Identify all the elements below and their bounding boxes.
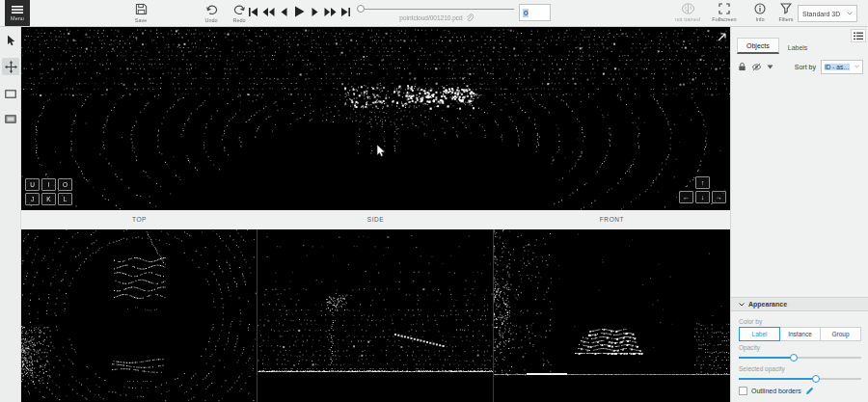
tab-objects[interactable]: Objects (737, 38, 779, 54)
ml-status-button[interactable]: not trained (674, 3, 701, 22)
play-button[interactable] (293, 5, 306, 18)
color-by-group-button[interactable]: Group (820, 327, 861, 341)
eye-hidden-icon[interactable] (751, 63, 762, 71)
appearance-section: Appearance Color by Label Instance Group… (731, 297, 868, 395)
undo-icon (205, 3, 218, 15)
mouse-cursor (376, 144, 387, 162)
cursor-icon (7, 35, 15, 46)
info-button[interactable]: Info (746, 3, 773, 22)
fast-forward-button[interactable] (324, 5, 337, 18)
outlined-borders-label: Outlined borders (751, 388, 801, 394)
menu-button[interactable]: Menu (5, 0, 30, 26)
color-by-label: Color by (739, 318, 861, 325)
save-button[interactable]: Save (127, 3, 154, 23)
arrow-down-key[interactable]: ↓ (695, 191, 710, 203)
filter-icon (780, 3, 792, 14)
filters-button[interactable]: Filters (773, 3, 800, 22)
fullscreen-button[interactable]: Fullscreen (711, 3, 738, 22)
color-by-options: Label Instance Group (739, 327, 861, 341)
expand-icon (717, 32, 727, 42)
key-l[interactable]: L (58, 193, 72, 205)
key-k[interactable]: K (41, 193, 56, 205)
timeline-track (359, 9, 514, 10)
color-by-label-button[interactable]: Label (739, 327, 780, 341)
orthographic-views (21, 229, 730, 402)
attachment-icon (466, 13, 474, 22)
opacity-fill (739, 357, 794, 359)
select-tool-button[interactable] (2, 32, 19, 49)
box-tool-button[interactable] (2, 85, 19, 102)
arrow-right-key[interactable]: → (712, 191, 726, 203)
expand-view-button[interactable] (717, 29, 727, 46)
appearance-section-header[interactable]: Appearance (731, 297, 868, 311)
front-view-canvas[interactable] (494, 229, 730, 402)
lock-icon[interactable] (738, 62, 746, 71)
key-o[interactable]: O (58, 178, 72, 191)
selected-opacity-slider[interactable] (739, 374, 861, 384)
selected-opacity-label: Selected opacity (739, 365, 861, 372)
panel-tabs: Objects Labels (737, 38, 816, 54)
view-mode-select[interactable]: Standard 3D (798, 5, 857, 22)
list-view-button[interactable] (851, 29, 866, 42)
main-pointcloud-canvas[interactable] (21, 27, 730, 210)
outlined-borders-row: Outlined borders (739, 387, 861, 395)
front-view[interactable] (494, 229, 730, 402)
rotation-keypad: U I O J K L (25, 178, 72, 205)
sort-by-label: Sort by (795, 64, 816, 70)
playback-controls (247, 5, 352, 18)
list-icon (854, 32, 863, 40)
move-tool-button[interactable] (2, 58, 19, 75)
side-view[interactable] (258, 229, 493, 402)
color-by-instance-button[interactable]: Instance (779, 327, 821, 341)
save-label: Save (135, 17, 148, 23)
arrow-left-key[interactable]: ← (679, 191, 693, 203)
step-backward-button[interactable] (278, 5, 290, 18)
undo-label: Undo (204, 17, 217, 23)
outlined-borders-checkbox[interactable] (739, 387, 747, 395)
image-icon (5, 115, 16, 123)
fast-backward-icon (262, 7, 275, 17)
side-view-label: SIDE (258, 210, 494, 229)
selected-opacity-handle[interactable] (812, 375, 820, 383)
tab-labels[interactable]: Labels (779, 40, 817, 54)
sort-select[interactable]: ID - as… (821, 60, 863, 74)
fullscreen-icon (719, 3, 730, 14)
top-view[interactable] (21, 229, 257, 402)
arrow-up-key[interactable]: ↑ (695, 176, 710, 189)
key-j[interactable]: J (25, 193, 40, 205)
frame-input[interactable]: 0 (519, 4, 551, 21)
main-3d-view[interactable]: U I O J K L ↑ ← ↓ → (21, 27, 730, 210)
skip-to-start-button[interactable] (247, 5, 259, 18)
side-view-canvas[interactable] (258, 229, 493, 402)
tool-sidebar (0, 27, 21, 402)
caret-down-icon[interactable] (767, 65, 773, 69)
undo-button[interactable]: Undo (198, 3, 225, 23)
key-u[interactable]: U (25, 178, 40, 191)
opacity-slider[interactable] (739, 353, 861, 362)
filters-label: Filters (779, 16, 794, 22)
front-view-label: FRONT (494, 210, 730, 229)
fullscreen-label: Fullscreen (712, 16, 736, 22)
image-tool-button[interactable] (2, 110, 19, 127)
hamburger-icon (12, 6, 23, 13)
view-label-bar: TOP SIDE FRONT (21, 210, 730, 229)
opacity-handle[interactable] (790, 354, 798, 362)
save-icon (135, 3, 148, 15)
toolbar: Menu Save Undo Redo (0, 0, 868, 27)
fast-backward-button[interactable] (262, 5, 275, 18)
step-forward-button[interactable] (309, 5, 321, 18)
app-window: Menu Save Undo Redo (0, 0, 868, 402)
appearance-title: Appearance (748, 301, 787, 308)
chevron-down-icon (854, 65, 859, 68)
step-backward-icon (280, 7, 288, 17)
top-view-canvas[interactable] (21, 229, 257, 402)
redo-icon (233, 3, 246, 15)
ml-status-label: not trained (675, 16, 700, 22)
play-icon (294, 6, 305, 17)
timeline-handle[interactable] (357, 5, 365, 13)
key-i[interactable]: I (41, 178, 56, 191)
box-icon (5, 90, 16, 98)
edit-pen-icon[interactable] (805, 387, 814, 395)
frame-input-value: 0 (523, 9, 529, 17)
current-file: pointcloud/001210.pcd (347, 13, 526, 22)
